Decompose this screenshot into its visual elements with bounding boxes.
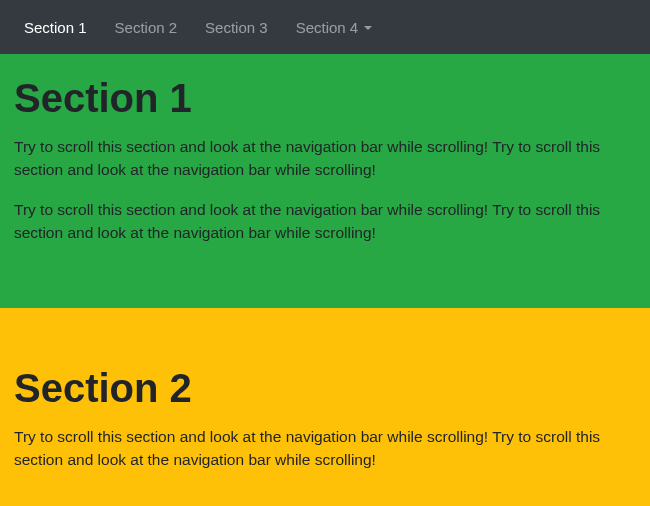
section-text: Try to scroll this section and look at t…	[14, 425, 636, 472]
section-1: Section 1 Try to scroll this section and…	[0, 54, 650, 308]
section-2: Section 2 Try to scroll this section and…	[0, 308, 650, 506]
nav-label: Section 3	[205, 19, 268, 36]
section-heading: Section 2	[14, 366, 636, 411]
section-text: Try to scroll this section and look at t…	[14, 198, 636, 245]
nav-label: Section 1	[24, 19, 87, 36]
nav-section-4-dropdown[interactable]: Section 4	[282, 11, 387, 44]
nav-section-1[interactable]: Section 1	[10, 11, 101, 44]
nav-section-3[interactable]: Section 3	[191, 11, 282, 44]
chevron-down-icon	[364, 26, 372, 30]
section-heading: Section 1	[14, 76, 636, 121]
nav-label: Section 4	[296, 19, 359, 36]
section-text: Try to scroll this section and look at t…	[14, 135, 636, 182]
navbar: Section 1 Section 2 Section 3 Section 4	[0, 0, 650, 54]
nav-label: Section 2	[115, 19, 178, 36]
nav-section-2[interactable]: Section 2	[101, 11, 192, 44]
